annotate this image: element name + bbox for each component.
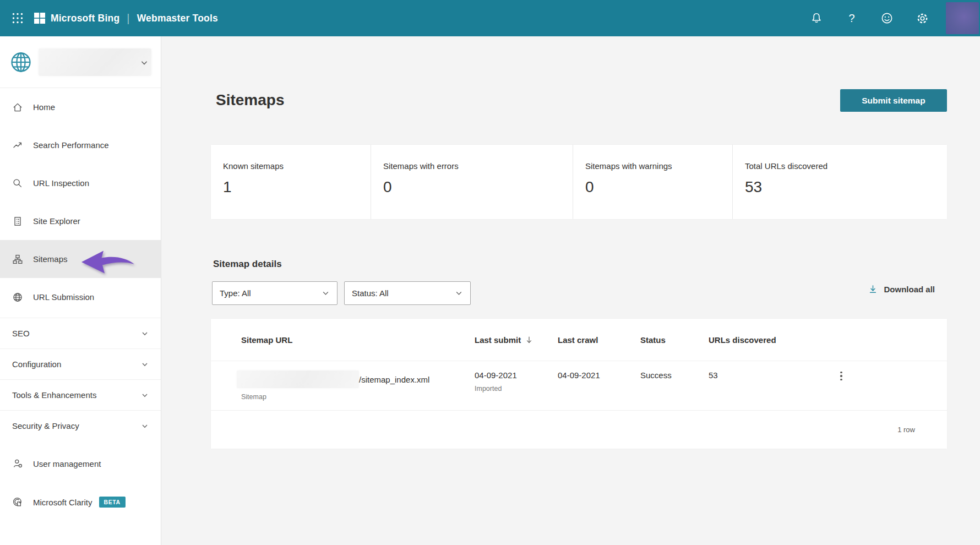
- site-selector-dropdown[interactable]: [0, 36, 161, 88]
- sidebar-item-label: Site Explorer: [33, 216, 80, 226]
- feedback-button[interactable]: [880, 11, 894, 25]
- type-filter-value: Type: All: [220, 288, 251, 298]
- sidebar-item-sitemaps[interactable]: Sitemaps: [0, 240, 161, 278]
- last-submit-note: Imported: [475, 385, 558, 393]
- table-header-row: Sitemap URL Last submit Last crawl Sta: [211, 319, 947, 361]
- brand-name: Microsoft Bing: [51, 13, 119, 24]
- sidebar-section-tools-enhancements[interactable]: Tools & Enhancements: [0, 379, 161, 410]
- smiley-icon: [880, 12, 894, 25]
- last-submit-date: 04-09-2021: [475, 370, 558, 380]
- stat-total-urls-discovered: Total URLs discovered 53: [732, 145, 947, 219]
- type-filter-dropdown[interactable]: Type: All: [212, 281, 337, 305]
- table-footer: 1 row: [211, 411, 947, 449]
- sidebar-navigation: Home Search Performance URL Inspection: [0, 36, 161, 545]
- chevron-down-icon: [141, 361, 149, 368]
- sidebar-item-user-management[interactable]: User management: [0, 444, 161, 483]
- stat-value: 53: [745, 178, 947, 196]
- sidebar-item-url-inspection[interactable]: URL Inspection: [0, 164, 161, 202]
- header-icon-group: ?: [809, 0, 929, 36]
- brand-title[interactable]: Microsoft Bing | Webmaster Tools: [51, 0, 218, 36]
- column-header-last-crawl[interactable]: Last crawl: [558, 335, 640, 345]
- sidebar-item-label: Search Performance: [33, 140, 109, 150]
- row-actions-kebab-menu[interactable]: [836, 369, 847, 383]
- sitemap-hierarchy-icon: [12, 254, 23, 265]
- stat-label: Known sitemaps: [223, 161, 371, 171]
- cell-sitemap-url: /sitemap_index.xml Sitemap: [241, 361, 475, 410]
- sidebar-item-label: URL Inspection: [33, 178, 89, 188]
- sidebar-section-seo[interactable]: SEO: [0, 318, 161, 348]
- stat-sitemaps-with-errors: Sitemaps with errors 0: [371, 145, 573, 219]
- beta-badge: BETA: [99, 497, 126, 508]
- bell-icon: [810, 12, 823, 25]
- column-header-last-submit[interactable]: Last submit: [475, 335, 558, 345]
- status-filter-value: Status: All: [352, 288, 389, 298]
- section-label: Security & Privacy: [12, 421, 79, 430]
- sidebar-item-label: URL Submission: [33, 292, 94, 302]
- site-name-redacted: [39, 48, 151, 76]
- page-title: Sitemaps: [216, 91, 285, 109]
- trend-up-icon: [12, 140, 23, 151]
- sidebar-item-home[interactable]: Home: [0, 88, 161, 126]
- search-icon: [12, 178, 23, 189]
- app-launcher-waffle-icon[interactable]: [9, 9, 26, 27]
- sitemap-stats-card: Known sitemaps 1 Sitemaps with errors 0 …: [211, 145, 947, 219]
- stat-label: Sitemaps with warnings: [585, 161, 732, 171]
- stat-sitemaps-with-warnings: Sitemaps with warnings 0: [573, 145, 732, 219]
- chevron-down-icon: [141, 391, 149, 399]
- top-header-bar: Microsoft Bing | Webmaster Tools ?: [0, 0, 980, 36]
- sidebar-item-label: Microsoft Clarity: [33, 498, 92, 507]
- settings-button[interactable]: [915, 11, 929, 25]
- table-row[interactable]: /sitemap_index.xml Sitemap 04-09-2021 Im…: [211, 361, 947, 411]
- main-content: Sitemaps Submit sitemap Known sitemaps 1…: [161, 36, 980, 545]
- brand-separator: |: [127, 12, 129, 25]
- status-filter-dropdown[interactable]: Status: All: [344, 281, 471, 305]
- sitemap-type-label: Sitemap: [241, 393, 475, 401]
- stat-value: 1: [223, 178, 371, 196]
- cell-last-crawl: 04-09-2021: [558, 361, 640, 410]
- download-all-button[interactable]: Download all: [868, 284, 935, 295]
- sidebar-section-configuration[interactable]: Configuration: [0, 348, 161, 379]
- cell-status: Success: [640, 361, 709, 410]
- user-management-icon: [12, 458, 23, 469]
- user-avatar[interactable]: [946, 2, 979, 34]
- column-header-status[interactable]: Status: [640, 335, 709, 345]
- cell-last-submit: 04-09-2021 Imported: [475, 361, 558, 410]
- sidebar-item-label: Home: [33, 102, 55, 112]
- row-count: 1 row: [897, 426, 915, 434]
- gear-icon: [916, 12, 929, 25]
- home-icon: [12, 102, 23, 113]
- stat-label: Total URLs discovered: [745, 161, 947, 171]
- sitemaps-table: Sitemap URL Last submit Last crawl Sta: [211, 319, 947, 449]
- section-label: Tools & Enhancements: [12, 390, 96, 400]
- column-header-sitemap-url[interactable]: Sitemap URL: [241, 335, 475, 345]
- sidebar-item-label: User management: [33, 459, 101, 468]
- download-icon: [868, 284, 878, 295]
- submit-sitemap-button[interactable]: Submit sitemap: [840, 89, 947, 112]
- chevron-down-icon: [322, 289, 330, 297]
- help-button[interactable]: ?: [845, 11, 859, 25]
- microsoft-logo-icon[interactable]: [34, 13, 45, 26]
- bing-webmaster-tools-app: Microsoft Bing | Webmaster Tools ?: [0, 0, 980, 545]
- sidebar-item-label: Sitemaps: [33, 254, 68, 264]
- sidebar-item-url-submission[interactable]: URL Submission: [0, 278, 161, 316]
- chevron-down-icon: [140, 58, 149, 67]
- url-suffix: /sitemap_index.xml: [359, 375, 429, 384]
- product-name: Webmaster Tools: [137, 13, 218, 24]
- chevron-down-icon: [141, 330, 149, 337]
- column-header-urls-discovered[interactable]: URLs discovered: [709, 335, 836, 345]
- chevron-down-icon: [141, 422, 149, 430]
- cell-urls-discovered: 53: [709, 361, 836, 410]
- sidebar-item-microsoft-clarity[interactable]: Microsoft Clarity BETA: [0, 483, 161, 521]
- sidebar-item-site-explorer[interactable]: Site Explorer: [0, 202, 161, 240]
- stat-label: Sitemaps with errors: [383, 161, 573, 171]
- sidebar-item-search-performance[interactable]: Search Performance: [0, 126, 161, 164]
- sidebar-section-security-privacy[interactable]: Security & Privacy: [0, 410, 161, 441]
- globe-icon: [12, 292, 23, 303]
- stat-value: 0: [383, 178, 573, 196]
- section-label: SEO: [12, 329, 30, 338]
- download-all-label: Download all: [884, 285, 935, 294]
- help-icon: ?: [848, 12, 854, 25]
- clarity-icon: [12, 497, 23, 508]
- notifications-button[interactable]: [809, 11, 824, 25]
- chevron-down-icon: [455, 289, 463, 297]
